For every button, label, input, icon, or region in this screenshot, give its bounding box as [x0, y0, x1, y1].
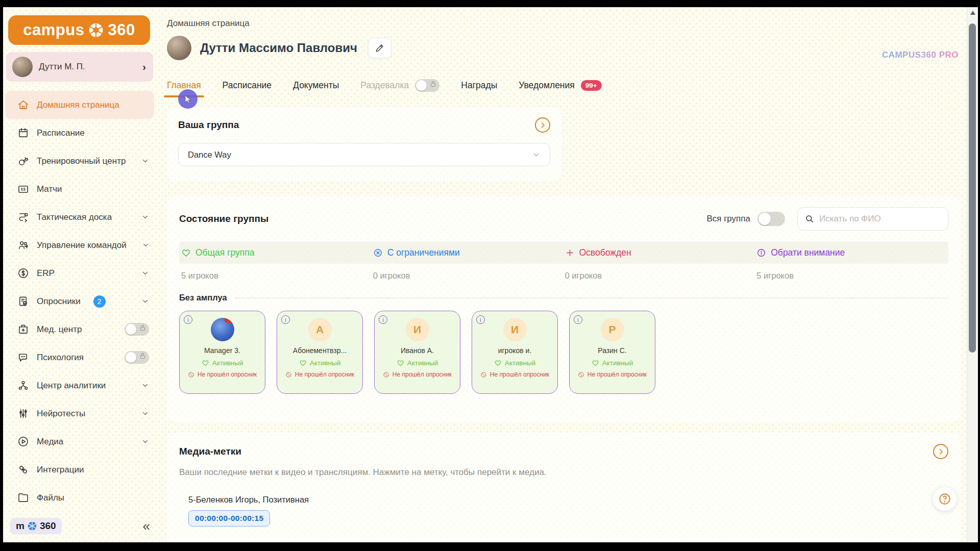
info-circle-icon[interactable]: i [281, 315, 290, 324]
scrollbar-up-arrow[interactable] [970, 11, 975, 15]
vertical-scrollbar[interactable] [967, 7, 978, 542]
media-tag-timestamp-chip[interactable]: 00:00:00-00:00:15 [188, 510, 270, 527]
sidebar-item-surveys[interactable]: Опросники 2 [3, 287, 156, 315]
tabs-bar: Главная Расписание Документы Раздевалка … [167, 77, 961, 94]
sidebar-item-tactic-board[interactable]: Тактическая доска [3, 203, 156, 231]
all-group-toggle[interactable] [757, 212, 785, 226]
tab-documents[interactable]: Документы [293, 80, 339, 91]
tab-notifications[interactable]: Уведомления 99+ [519, 80, 601, 91]
player-card[interactable]: i И Иванов А. Активный Не прошёл опросни… [374, 311, 460, 394]
user-avatar [12, 57, 33, 77]
sidebar-item-med-center[interactable]: Мед. центр [3, 315, 156, 343]
player-name: Абонементвзр... [293, 346, 347, 355]
mouse-cursor [178, 89, 198, 109]
status-common-group: Общая группа [181, 247, 373, 258]
sidebar-item-home[interactable]: Домашняя страница [5, 91, 154, 119]
sidebar-item-label: Медиа [37, 437, 63, 447]
status-count: 0 игроков [565, 271, 757, 281]
tab-locker-room[interactable]: Раздевалка [360, 79, 439, 92]
tab-schedule[interactable]: Расписание [223, 80, 272, 91]
chevron-down-icon [141, 269, 149, 277]
player-card[interactable]: i Manager 3. Активный Не прошёл опросник [179, 311, 265, 394]
brand-logo-word: campus [23, 21, 84, 39]
player-avatar-initial: Р [601, 318, 624, 341]
sidebar-item-media[interactable]: Медиа [3, 428, 156, 456]
your-group-open-button[interactable] [535, 117, 550, 133]
toggle-knob [758, 213, 771, 225]
sidebar-item-team-management[interactable]: Управление командой [3, 231, 156, 259]
lock-icon [431, 83, 435, 87]
sidebar-item-analytics-center[interactable]: Центр аналитики [3, 371, 156, 399]
sidebar-item-erp[interactable]: ERP [3, 259, 156, 287]
info-circle-icon[interactable]: i [379, 315, 387, 324]
folder-icon [17, 492, 29, 504]
no-role-subsection: Без амплуа [179, 293, 948, 303]
sidebar-item-neurotests[interactable]: Нейротесты [3, 399, 156, 428]
player-card[interactable]: i Р Разин С. Активный Не прошёл опросник [569, 311, 655, 394]
player-status: Активный [494, 359, 536, 367]
lock-icon [140, 327, 145, 331]
scrollbar-thumb[interactable] [969, 23, 976, 353]
sidebar-item-label: Домашняя страница [37, 100, 119, 110]
sidebar-collapse-button[interactable]: « [143, 519, 150, 533]
sidebar-item-label: Интеграции [37, 465, 84, 475]
chevron-down-icon [142, 241, 150, 249]
player-status: Активный [299, 359, 341, 367]
info-circle-icon[interactable]: i [574, 315, 582, 324]
sidebar-item-label: Опросники [37, 296, 81, 307]
surveys-count-badge: 2 [93, 295, 106, 308]
sidebar-item-integrations[interactable]: Интеграции [3, 456, 156, 484]
status-attention: Обрати внимание [756, 247, 948, 258]
toggle-knob [126, 324, 136, 335]
player-card[interactable]: i И игроков и. Активный Не прошёл опросн… [472, 311, 558, 394]
play-circle-icon [17, 436, 29, 447]
search-input[interactable] [819, 214, 941, 224]
search-icon [805, 214, 814, 223]
med-center-lock-toggle[interactable] [125, 323, 149, 336]
app-window: campus 360 Дутти М. П. › [3, 7, 978, 542]
sidebar-item-label: Управление командой [37, 240, 127, 251]
heart-icon [494, 359, 502, 367]
your-group-title: Ваша группа [178, 119, 239, 131]
status-label-text: Обрати внимание [771, 247, 845, 258]
sidebar-item-files[interactable]: Файлы [3, 484, 156, 512]
help-button[interactable] [933, 487, 957, 511]
player-status-text: Активный [602, 359, 633, 367]
cursor-arrow-icon [183, 94, 193, 104]
media-tags-card: Медиа-метки Ваши последние метки к видео… [167, 433, 961, 542]
sidebar-item-psychology[interactable]: Психология [3, 343, 156, 371]
player-card[interactable]: i А Абонементвзр... Активный Не прошёл о… [277, 311, 363, 394]
edit-profile-button[interactable] [368, 38, 391, 58]
player-status-text: Активный [212, 359, 243, 367]
brand-logo: campus 360 [8, 15, 150, 45]
chevron-right-icon [937, 448, 945, 456]
media-tags-title: Медиа-метки [179, 446, 241, 457]
tab-main[interactable]: Главная [167, 80, 201, 91]
all-group-label: Вся группа [706, 214, 750, 224]
tab-awards[interactable]: Награды [461, 80, 497, 91]
player-warning-text: Не прошёл опросник [198, 371, 257, 378]
sidebar-item-schedule[interactable]: Расписание [3, 119, 156, 147]
player-warning: Не прошёл опросник [480, 371, 549, 378]
info-circle-icon[interactable]: i [476, 315, 485, 324]
media-tags-open-button[interactable] [933, 444, 948, 459]
info-circle-icon[interactable]: i [184, 315, 192, 324]
sidebar-user[interactable]: Дутти М. П. › [6, 52, 153, 82]
chat-icon [17, 352, 29, 363]
profile-header: Дутти Массимо Павлович [167, 36, 961, 60]
player-status: Активный [202, 359, 243, 367]
status-count: 5 игроков [181, 271, 373, 281]
sidebar-item-matches[interactable]: Матчи [3, 175, 156, 203]
status-released: Освобожден [565, 247, 757, 258]
locker-room-lock-toggle[interactable] [415, 79, 439, 92]
page-title: Дутти Массимо Павлович [200, 41, 357, 55]
status-count: 0 игроков [373, 271, 565, 281]
search-box [797, 207, 948, 231]
psychology-lock-toggle[interactable] [125, 351, 149, 364]
home-icon [17, 99, 29, 111]
medical-bag-icon [17, 323, 29, 335]
group-state-title: Состояние группы [179, 213, 268, 224]
sidebar-item-label: Матчи [37, 184, 62, 194]
group-select[interactable]: Dance Way [178, 143, 550, 166]
sidebar-item-training-center[interactable]: Тренировочный центр [3, 147, 156, 175]
